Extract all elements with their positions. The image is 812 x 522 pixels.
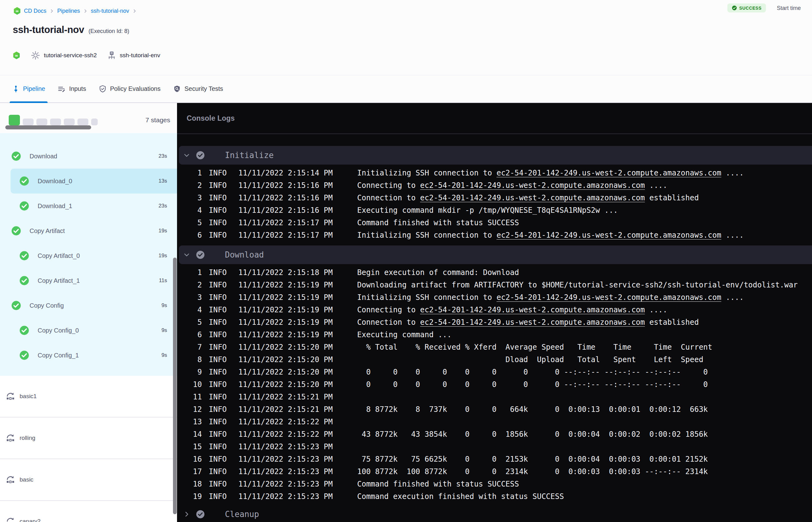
tab-label: Pipeline	[23, 85, 45, 93]
log-line: 1INFO11/11/2022 2:15:14 PMInitializing S…	[177, 167, 812, 179]
stages-sidebar: 7 stages Download23sDownload_013sDownloa…	[0, 103, 177, 522]
tab-pipeline[interactable]: Pipeline	[12, 75, 45, 102]
stage-name: Copy Config	[29, 302, 64, 309]
stage-row[interactable]: Copy Artifact_111s	[0, 268, 177, 293]
tab-label: Policy Evaluations	[110, 85, 161, 93]
stage-row[interactable]: Copy Config_19s	[0, 343, 177, 368]
log-text: 0 0 0 0 0 0 0 0 --:--:-- --:--:-- --:--:…	[357, 368, 708, 376]
log-message: 8 8772k 8 737k 0 0 664k 0 0:00:13 0:00:0…	[357, 405, 812, 414]
log-section-header[interactable]: Initialize	[179, 146, 812, 164]
log-host-link[interactable]: ec2-54-201-142-249.us-west-2.compute.ama…	[496, 293, 721, 302]
stage-progress-segment	[91, 119, 98, 125]
breadcrumb-link[interactable]: Pipelines	[57, 8, 80, 14]
log-level: INFO	[202, 455, 238, 463]
stage-row[interactable]: Download_013s	[11, 168, 177, 194]
log-message: Connecting to ec2-54-201-142-249.us-west…	[357, 181, 812, 190]
environment-icon	[107, 51, 116, 60]
log-line-number: 1	[177, 268, 202, 277]
log-timestamp: 11/11/2022 2:15:19 PM	[238, 305, 357, 314]
log-line: 3INFO11/11/2022 2:15:16 PMConnection to …	[177, 192, 812, 204]
log-message: Command finished with status SUCCESS	[357, 480, 812, 488]
stage-row[interactable]: Copy Artifact19s	[0, 218, 177, 243]
stage-row[interactable]: Copy Config9s	[0, 293, 177, 318]
log-text: Command execution finished with status S…	[357, 492, 564, 501]
log-host-link[interactable]: ec2-54-201-142-249.us-west-2.compute.ama…	[420, 305, 645, 314]
breadcrumb: ∞CD DocsPipelinesssh-tutorial-nov	[13, 6, 137, 16]
stage-duration: 19s	[159, 253, 167, 259]
stage-progress-segment	[36, 119, 47, 125]
check-circle-gray-icon	[196, 250, 205, 259]
log-line: 3INFO11/11/2022 2:15:19 PMInitializing S…	[177, 291, 812, 304]
log-timestamp: 11/11/2022 2:15:23 PM	[238, 442, 357, 451]
breadcrumb-link[interactable]: ssh-tutorial-nov	[91, 8, 129, 14]
log-timestamp: 11/11/2022 2:15:16 PM	[238, 181, 357, 190]
log-line: 4INFO11/11/2022 2:15:16 PMExecuting comm…	[177, 204, 812, 217]
log-text: Connection to	[357, 318, 420, 327]
log-text: Initializing SSH connection to	[357, 168, 496, 177]
check-circle-green-icon	[11, 226, 21, 236]
log-line-number: 1	[177, 168, 202, 177]
log-level: INFO	[202, 218, 238, 227]
log-level: INFO	[202, 305, 238, 314]
environment-name[interactable]: ssh-tutorial-env	[120, 52, 160, 59]
log-message: Initializing SSH connection to ec2-54-20…	[357, 168, 812, 177]
check-circle-green-icon	[19, 276, 29, 286]
log-host-link[interactable]: ec2-54-201-142-249.us-west-2.compute.ama…	[420, 194, 645, 202]
log-section-header[interactable]: Cleanup	[179, 506, 812, 522]
log-message: Initializing SSH connection to ec2-54-20…	[357, 293, 812, 302]
console-body: Initialize1INFO11/11/2022 2:15:14 PMInit…	[177, 146, 812, 522]
log-text: Connecting to	[357, 181, 420, 190]
graph-scrollbar[interactable]	[5, 125, 91, 129]
stage-row[interactable]: Copy Artifact_019s	[0, 243, 177, 268]
host-row[interactable]: basic	[0, 459, 177, 501]
check-circle-green-icon	[11, 301, 21, 310]
log-host-link[interactable]: ec2-54-201-142-249.us-west-2.compute.ama…	[420, 318, 645, 327]
log-section-header[interactable]: Download	[179, 245, 812, 264]
check-circle-green-icon	[19, 201, 29, 211]
log-level: INFO	[202, 405, 238, 414]
stage-name: Download_1	[38, 202, 72, 210]
log-message: 43 8772k 43 3854k 0 0 1856k 0 0:00:04 0:…	[357, 430, 812, 439]
host-list: basic1rollingbasiccanary2	[0, 376, 177, 522]
log-level: INFO	[202, 194, 238, 202]
log-host-link[interactable]: ec2-54-201-142-249.us-west-2.compute.ama…	[496, 231, 721, 240]
sidebar-scrollbar[interactable]	[173, 258, 177, 514]
stage-row[interactable]: Download_123s	[0, 194, 177, 218]
log-line: 11INFO11/11/2022 2:15:21 PM	[177, 391, 812, 403]
log-line-number: 18	[177, 480, 202, 488]
log-line-number: 11	[177, 393, 202, 401]
log-message: Downloading artifact from ARTIFACTORY to…	[357, 281, 812, 289]
log-timestamp: 11/11/2022 2:15:16 PM	[238, 206, 357, 215]
service-name[interactable]: tutorial-service-ssh2	[44, 52, 97, 59]
log-text: Initializing SSH connection to	[357, 231, 496, 240]
stage-progress-segment	[78, 119, 88, 125]
log-timestamp: 11/11/2022 2:15:14 PM	[238, 168, 357, 177]
tab-security-tests[interactable]: Security Tests	[173, 75, 223, 102]
tab-policy-evaluations[interactable]: Policy Evaluations	[99, 75, 161, 102]
console-header: Console Logs	[177, 103, 812, 134]
log-text: 75 8772k 75 6625k 0 0 2153k 0 0:00:04 0:…	[357, 455, 708, 463]
tab-inputs[interactable]: Inputs	[58, 75, 86, 102]
log-message: Initializing SSH connection to ec2-54-20…	[357, 231, 812, 240]
host-row[interactable]: canary2	[0, 501, 177, 522]
host-row[interactable]: basic1	[0, 376, 177, 418]
check-circle-green-icon	[11, 151, 21, 161]
log-level: INFO	[202, 492, 238, 501]
log-section-title: Initialize	[225, 150, 274, 160]
chevron-right-icon	[49, 9, 54, 13]
breadcrumb-link[interactable]: CD Docs	[24, 8, 46, 14]
stage-row[interactable]: Download23s	[0, 144, 177, 168]
stage-row[interactable]: Copy Config_09s	[0, 318, 177, 343]
console-title: Console Logs	[187, 114, 235, 123]
log-line-number: 8	[177, 355, 202, 364]
rolling-deploy-icon	[6, 475, 15, 485]
log-level: INFO	[202, 430, 238, 439]
log-host-link[interactable]: ec2-54-201-142-249.us-west-2.compute.ama…	[420, 181, 645, 190]
stage-name: Copy Artifact_0	[38, 252, 80, 259]
host-row[interactable]: rolling	[0, 418, 177, 459]
log-host-link[interactable]: ec2-54-201-142-249.us-west-2.compute.ama…	[496, 168, 721, 177]
host-label: canary2	[20, 518, 41, 522]
stage-name: Copy Artifact_1	[38, 277, 80, 284]
log-timestamp: 11/11/2022 2:15:20 PM	[238, 368, 357, 376]
log-text: established	[645, 194, 699, 202]
